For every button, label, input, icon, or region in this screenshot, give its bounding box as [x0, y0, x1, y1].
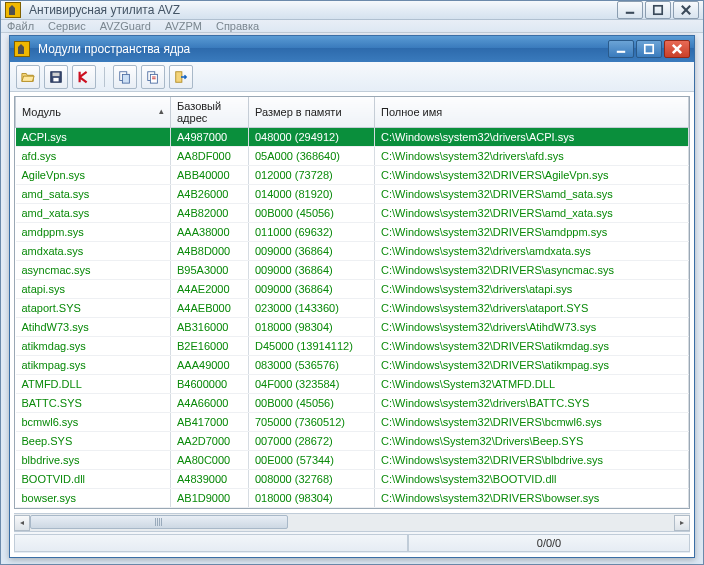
- kaspersky-icon: [77, 70, 91, 84]
- outer-titlebar[interactable]: Антивирусная утилита AVZ: [1, 1, 703, 20]
- cell-base: AA80C000: [171, 451, 249, 470]
- table-row[interactable]: blbdrive.sysAA80C00000E000 (57344)C:\Win…: [16, 451, 689, 470]
- menu-avzguard[interactable]: AVZGuard: [100, 20, 151, 32]
- cell-base: B95A3000: [171, 261, 249, 280]
- inner-close-button[interactable]: [664, 40, 690, 58]
- table-row[interactable]: atikmdag.sysB2E16000D45000 (13914112)C:\…: [16, 337, 689, 356]
- menu-help[interactable]: Справка: [216, 20, 259, 32]
- table-row[interactable]: AtihdW73.sysAB316000018000 (98304)C:\Win…: [16, 318, 689, 337]
- folder-open-icon: [21, 70, 35, 84]
- svg-rect-1: [654, 6, 662, 14]
- copy-all-button[interactable]: [113, 65, 137, 89]
- kernel-modules-window: Модули пространства ядра: [9, 35, 695, 558]
- table-row[interactable]: amd_xata.sysA4B8200000B000 (45056)C:\Win…: [16, 204, 689, 223]
- table-row[interactable]: ATMFD.DLLB460000004F000 (323584)C:\Windo…: [16, 375, 689, 394]
- scroll-right-arrow[interactable]: ▸: [674, 515, 690, 531]
- status-right: 0/0/0: [408, 534, 690, 552]
- menu-file[interactable]: Файл: [7, 20, 34, 32]
- cell-module: atikmpag.sys: [16, 356, 171, 375]
- cell-size: 018000 (98304): [249, 318, 375, 337]
- col-header-size[interactable]: Размер в памяти: [249, 97, 375, 128]
- copy-selected-button[interactable]: [141, 65, 165, 89]
- scroll-track[interactable]: [30, 515, 674, 531]
- copy-selected-icon: [146, 70, 160, 84]
- cell-base: ABB40000: [171, 166, 249, 185]
- cell-size: 05A000 (368640): [249, 147, 375, 166]
- cell-module: amdppm.sys: [16, 223, 171, 242]
- exit-button[interactable]: [169, 65, 193, 89]
- svg-rect-10: [53, 77, 58, 81]
- cell-module: ataport.SYS: [16, 299, 171, 318]
- cell-base: A4B26000: [171, 185, 249, 204]
- modules-table: Модуль Базовый адрес Размер в памяти Пол…: [15, 97, 689, 508]
- cell-full: C:\Windows\system32\DRIVERS\amdppm.sys: [375, 223, 689, 242]
- cell-size: 011000 (69632): [249, 223, 375, 242]
- cell-full: C:\Windows\system32\DRIVERS\atikmpag.sys: [375, 356, 689, 375]
- inner-maximize-button[interactable]: [636, 40, 662, 58]
- table-row[interactable]: BATTC.SYSA4A6600000B000 (45056)C:\Window…: [16, 394, 689, 413]
- cell-module: bcmwl6.sys: [16, 413, 171, 432]
- cell-full: C:\Windows\system32\drivers\amdxata.sys: [375, 242, 689, 261]
- cell-module: Beep.SYS: [16, 432, 171, 451]
- minimize-button[interactable]: [617, 1, 643, 19]
- cell-size: 007000 (28672): [249, 432, 375, 451]
- cell-module: amd_sata.sys: [16, 185, 171, 204]
- cell-module: AgileVpn.sys: [16, 166, 171, 185]
- inner-titlebar[interactable]: Модули пространства ядра: [10, 36, 694, 62]
- table-row[interactable]: atapi.sysA4AE2000009000 (36864)C:\Window…: [16, 280, 689, 299]
- app-icon: [5, 2, 21, 18]
- main-window: Антивирусная утилита AVZ Файл Сервис AVZ…: [0, 0, 704, 565]
- cell-full: C:\Windows\system32\drivers\AtihdW73.sys: [375, 318, 689, 337]
- cell-full: C:\Windows\system32\DRIVERS\amd_xata.sys: [375, 204, 689, 223]
- svg-rect-5: [645, 45, 653, 53]
- table-row[interactable]: Beep.SYSAA2D7000007000 (28672)C:\Windows…: [16, 432, 689, 451]
- cell-full: C:\Windows\system32\drivers\BATTC.SYS: [375, 394, 689, 413]
- menu-avzpm[interactable]: AVZPM: [165, 20, 202, 32]
- table-row[interactable]: amdppm.sysAAA38000011000 (69632)C:\Windo…: [16, 223, 689, 242]
- col-header-full[interactable]: Полное имя: [375, 97, 689, 128]
- col-header-module[interactable]: Модуль: [16, 97, 171, 128]
- table-row[interactable]: BOOTVID.dllA4839000008000 (32768)C:\Wind…: [16, 470, 689, 489]
- close-button[interactable]: [673, 1, 699, 19]
- table-row[interactable]: ataport.SYSA4AEB000023000 (143360)C:\Win…: [16, 299, 689, 318]
- table-row[interactable]: AgileVpn.sysABB40000012000 (73728)C:\Win…: [16, 166, 689, 185]
- maximize-button[interactable]: [645, 1, 671, 19]
- save-button[interactable]: [44, 65, 68, 89]
- inner-window-controls: [608, 40, 690, 58]
- table-row[interactable]: amdxata.sysA4B8D000009000 (36864)C:\Wind…: [16, 242, 689, 261]
- cell-module: ACPI.sys: [16, 128, 171, 147]
- cell-size: 012000 (73728): [249, 166, 375, 185]
- scroll-left-arrow[interactable]: ◂: [14, 515, 30, 531]
- cell-base: A4987000: [171, 128, 249, 147]
- toolbar: [10, 62, 694, 92]
- cell-full: C:\Windows\system32\DRIVERS\bowser.sys: [375, 489, 689, 508]
- cell-full: C:\Windows\system32\DRIVERS\AgileVpn.sys: [375, 166, 689, 185]
- cell-size: 009000 (36864): [249, 280, 375, 299]
- scroll-thumb[interactable]: [30, 515, 288, 529]
- table-row[interactable]: asyncmac.sysB95A3000009000 (36864)C:\Win…: [16, 261, 689, 280]
- cell-size: 705000 (7360512): [249, 413, 375, 432]
- menu-service[interactable]: Сервис: [48, 20, 86, 32]
- table-row[interactable]: bowser.sysAB1D9000018000 (98304)C:\Windo…: [16, 489, 689, 508]
- cell-base: A4B82000: [171, 204, 249, 223]
- table-row[interactable]: amd_sata.sysA4B26000014000 (81920)C:\Win…: [16, 185, 689, 204]
- inner-minimize-button[interactable]: [608, 40, 634, 58]
- cell-base: AB316000: [171, 318, 249, 337]
- inner-title: Модули пространства ядра: [36, 42, 608, 56]
- cell-size: 008000 (32768): [249, 470, 375, 489]
- horizontal-scrollbar[interactable]: ◂ ▸: [14, 513, 690, 531]
- status-left: [14, 534, 408, 552]
- table-row[interactable]: bcmwl6.sysAB417000705000 (7360512)C:\Win…: [16, 413, 689, 432]
- outer-window-controls: [617, 1, 699, 19]
- table-row[interactable]: afd.sysAA8DF00005A000 (368640)C:\Windows…: [16, 147, 689, 166]
- cell-module: blbdrive.sys: [16, 451, 171, 470]
- table-row[interactable]: ACPI.sysA4987000048000 (294912)C:\Window…: [16, 128, 689, 147]
- cell-full: C:\Windows\system32\drivers\atapi.sys: [375, 280, 689, 299]
- table-row[interactable]: atikmpag.sysAAA49000083000 (536576)C:\Wi…: [16, 356, 689, 375]
- col-header-base[interactable]: Базовый адрес: [171, 97, 249, 128]
- cell-size: 009000 (36864): [249, 261, 375, 280]
- modules-table-container[interactable]: Модуль Базовый адрес Размер в памяти Пол…: [14, 96, 690, 509]
- open-file-button[interactable]: [16, 65, 40, 89]
- inner-app-icon: [14, 41, 30, 57]
- kaspersky-check-button[interactable]: [72, 65, 96, 89]
